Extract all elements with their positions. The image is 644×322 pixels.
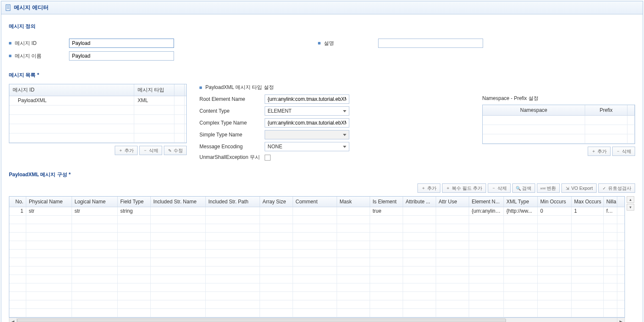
col-element-n[interactable]: Element N... bbox=[469, 197, 504, 207]
table-row[interactable] bbox=[9, 266, 625, 275]
col-attr-use[interactable]: Attr Use bbox=[436, 197, 469, 207]
horizontal-scrollbar[interactable]: ◀ ▶ bbox=[9, 318, 625, 322]
table-row[interactable] bbox=[9, 241, 625, 250]
input-msg-name[interactable] bbox=[69, 51, 174, 61]
input-complex-type[interactable] bbox=[265, 118, 349, 128]
scroll-right-icon[interactable]: ▶ bbox=[617, 318, 625, 322]
ns-row[interactable] bbox=[483, 134, 635, 144]
cell-max-occurs: 1 bbox=[572, 207, 604, 215]
ns-header-namespace[interactable]: Namespace bbox=[483, 105, 585, 115]
cell-physical-name: str bbox=[26, 207, 72, 215]
msg-list-header-spacer bbox=[174, 84, 185, 96]
table-row[interactable] bbox=[9, 300, 625, 309]
input-root-element[interactable] bbox=[265, 94, 349, 104]
bullet-icon bbox=[9, 42, 11, 44]
row-down-button[interactable]: ▼ bbox=[627, 204, 634, 211]
combo-encoding[interactable]: NONE bbox=[265, 142, 349, 151]
col-no[interactable]: No. bbox=[9, 197, 26, 207]
ns-remove-button[interactable]: －삭제 bbox=[612, 147, 635, 156]
toolbar-add-button[interactable]: ＋추가 bbox=[417, 183, 440, 193]
toolbar-add-multi-button[interactable]: ＋복수 필드 추가 bbox=[442, 183, 486, 193]
cell-logical-name: str bbox=[72, 207, 118, 215]
table-row[interactable] bbox=[9, 309, 625, 317]
cell-no: 1 bbox=[9, 207, 26, 215]
bullet-icon bbox=[199, 86, 202, 89]
col-physical-name[interactable]: Physical Name bbox=[26, 197, 72, 207]
toolbar-validate-button[interactable]: ✓유효성검사 bbox=[598, 183, 635, 193]
table-row[interactable] bbox=[9, 258, 625, 266]
col-comment[interactable]: Comment bbox=[293, 197, 337, 207]
toolbar-remove-button[interactable]: －삭제 bbox=[488, 183, 511, 193]
table-row[interactable] bbox=[9, 292, 625, 300]
plus-icon: ＋ bbox=[119, 148, 123, 153]
toolbar-convert-button[interactable]: xml변환 bbox=[537, 183, 560, 193]
msg-list-header-id[interactable]: 메시지 ID bbox=[9, 84, 134, 96]
msg-list-add-button[interactable]: ＋추가 bbox=[115, 146, 138, 155]
export-icon: ⇲ bbox=[565, 186, 569, 190]
col-xml-type[interactable]: XML Type bbox=[504, 197, 538, 207]
ns-row[interactable] bbox=[483, 125, 635, 134]
col-array-size[interactable]: Array Size bbox=[260, 197, 293, 207]
table-row[interactable] bbox=[9, 224, 625, 233]
structure-grid-wrap: ▲ ▼ No. Physical Name Logical Name Field… bbox=[9, 196, 635, 322]
col-included-str-path[interactable]: Included Str. Path bbox=[206, 197, 260, 207]
scroll-thumb[interactable] bbox=[17, 319, 506, 322]
cell-min-occurs: 0 bbox=[538, 207, 572, 215]
document-icon bbox=[6, 4, 11, 11]
ns-header-prefix[interactable]: Prefix bbox=[585, 105, 627, 115]
minus-icon: － bbox=[492, 186, 496, 190]
msg-list-grid: 메시지 ID 메시지 타입 PayloadXML XML bbox=[9, 84, 187, 143]
col-min-occurs[interactable]: Min Occurs bbox=[538, 197, 572, 207]
label-msg-id: 메시지 ID bbox=[15, 40, 66, 47]
table-row[interactable] bbox=[9, 250, 625, 258]
minus-icon: － bbox=[143, 148, 147, 153]
editor-panel: 메시지 에디터 메시지 정의 메시지 ID 메시지 이름 설명 bbox=[1, 1, 643, 322]
toolbar-search-button[interactable]: 🔍검색 bbox=[512, 183, 535, 193]
editor-title: 메시지 에디터 bbox=[14, 4, 49, 11]
combo-content-type[interactable]: ELEMENT bbox=[265, 106, 349, 116]
row-up-button[interactable]: ▲ bbox=[627, 196, 634, 203]
search-icon: 🔍 bbox=[516, 186, 520, 190]
toolbar-vo-export-button[interactable]: ⇲VO Export bbox=[561, 183, 597, 193]
ns-add-button[interactable]: ＋추가 bbox=[588, 147, 611, 156]
msg-list-row[interactable] bbox=[9, 133, 186, 143]
label-unmarshall: UnmarShallException 무시 bbox=[199, 154, 265, 161]
checkbox-unmarshall[interactable] bbox=[265, 155, 271, 161]
minus-icon: － bbox=[616, 149, 620, 153]
scroll-left-icon[interactable]: ◀ bbox=[9, 318, 17, 322]
section-structure: PayloadXML 메시지 구성 * bbox=[9, 171, 635, 178]
col-field-type[interactable]: Field Type bbox=[118, 197, 151, 207]
col-included-str-name[interactable]: Included Str. Name bbox=[151, 197, 206, 207]
editor-header: 메시지 에디터 bbox=[1, 1, 643, 14]
top-form: 메시지 ID 메시지 이름 설명 bbox=[9, 35, 635, 64]
col-nillable[interactable]: Nilla bbox=[604, 197, 617, 207]
msg-list-row[interactable] bbox=[9, 105, 186, 115]
table-row[interactable]: 1 str str string true {urn:anylink... bbox=[9, 207, 625, 216]
structure-grid: No. Physical Name Logical Name Field Typ… bbox=[9, 196, 625, 318]
ns-row[interactable] bbox=[483, 116, 635, 125]
combo-simple-type[interactable] bbox=[265, 130, 349, 139]
col-attribute[interactable]: Attribute ... bbox=[403, 197, 436, 207]
label-encoding: Message Encoding bbox=[199, 144, 265, 150]
col-is-element[interactable]: Is Element bbox=[370, 197, 403, 207]
msg-list-header-type[interactable]: 메시지 타입 bbox=[134, 84, 174, 96]
cell-mask bbox=[337, 207, 370, 215]
namespace-grid: Namespace Prefix bbox=[482, 105, 635, 144]
col-mask[interactable]: Mask bbox=[337, 197, 370, 207]
msg-list-row[interactable] bbox=[9, 115, 186, 124]
section-msg-list: 메시지 목록 * bbox=[9, 72, 635, 79]
col-logical-name[interactable]: Logical Name bbox=[72, 197, 118, 207]
input-msg-id[interactable] bbox=[69, 39, 174, 48]
msg-list-row[interactable] bbox=[9, 124, 186, 133]
label-content-type: Content Type bbox=[199, 108, 265, 114]
table-row[interactable] bbox=[9, 233, 625, 241]
col-max-occurs[interactable]: Max Occurs bbox=[572, 197, 604, 207]
msg-list-edit-button[interactable]: ✎수정 bbox=[164, 146, 187, 155]
table-row[interactable] bbox=[9, 275, 625, 283]
input-desc[interactable] bbox=[378, 39, 483, 48]
table-row[interactable] bbox=[9, 283, 625, 292]
msg-list-panel: 메시지 ID 메시지 타입 PayloadXML XML bbox=[9, 84, 187, 155]
table-row[interactable] bbox=[9, 216, 625, 224]
msg-list-row[interactable]: PayloadXML XML bbox=[9, 96, 186, 105]
msg-list-remove-button[interactable]: －삭제 bbox=[139, 146, 162, 155]
